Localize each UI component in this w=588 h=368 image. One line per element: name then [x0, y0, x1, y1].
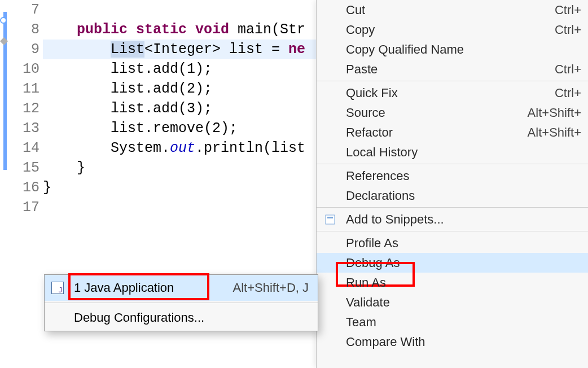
- menu-item-references[interactable]: References: [317, 166, 588, 186]
- menu-item-paste[interactable]: PasteCtrl+: [317, 59, 588, 79]
- menu-item-debug-as[interactable]: Debug As: [317, 253, 588, 273]
- editor-gutter: 7891011121314151617: [0, 0, 43, 368]
- menu-item-shortcut: Ctrl+: [555, 3, 581, 17]
- line-number: 14: [14, 138, 40, 158]
- menu-separator: [317, 81, 588, 81]
- menu-item-copy-qualified-name[interactable]: Copy Qualified Name: [317, 40, 588, 59]
- context-menu[interactable]: CutCtrl+CopyCtrl+Copy Qualified NamePast…: [316, 0, 588, 368]
- submenu-item-label: 1 Java Application: [74, 281, 232, 295]
- line-number: 7: [14, 0, 40, 20]
- menu-item-label: Compare With: [346, 335, 581, 349]
- code-line[interactable]: list.add(2);: [43, 79, 316, 99]
- line-number: 9: [14, 40, 40, 59]
- line-number: 16: [14, 178, 40, 198]
- menu-item-label: Refactor: [346, 125, 528, 140]
- code-line[interactable]: list.remove(2);: [43, 119, 316, 138]
- menu-item-label: Cut: [346, 3, 555, 17]
- submenu-item-java-application[interactable]: 1 Java ApplicationAlt+Shift+D, J: [45, 275, 318, 301]
- menu-item-shortcut: Alt+Shift+: [528, 106, 581, 120]
- line-number: 10: [14, 59, 40, 79]
- menu-item-run-as[interactable]: Run As: [317, 273, 588, 292]
- code-line[interactable]: }: [43, 178, 316, 198]
- submenu-item-shortcut: Alt+Shift+D, J: [232, 281, 309, 295]
- menu-item-team[interactable]: Team: [317, 312, 588, 332]
- menu-item-label: Debug As: [346, 256, 581, 270]
- menu-item-label: Team: [346, 315, 581, 330]
- snippet-icon: [324, 214, 336, 225]
- code-line[interactable]: }: [43, 158, 316, 178]
- menu-item-shortcut: Ctrl+: [555, 62, 581, 77]
- menu-item-cut[interactable]: CutCtrl+: [317, 0, 588, 20]
- menu-item-source[interactable]: SourceAlt+Shift+: [317, 103, 588, 122]
- menu-item-copy[interactable]: CopyCtrl+: [317, 20, 588, 40]
- submenu-item-debug-configurations[interactable]: Debug Configurations...: [45, 305, 318, 331]
- menu-item-label: Add to Snippets...: [346, 212, 581, 227]
- menu-item-label: Source: [346, 106, 528, 120]
- marker-column: [0, 0, 14, 368]
- code-line[interactable]: List<Integer> list = ne: [43, 40, 316, 59]
- line-number: 17: [14, 198, 40, 217]
- line-number: 12: [14, 99, 40, 119]
- menu-item-label: Paste: [346, 62, 555, 77]
- svg-rect-0: [326, 215, 335, 224]
- code-line[interactable]: System.out.println(list: [43, 138, 316, 158]
- code-line[interactable]: list.add(1);: [43, 59, 316, 79]
- menu-item-shortcut: Alt+Shift+: [528, 125, 581, 140]
- menu-item-compare-with[interactable]: Compare With: [317, 332, 588, 352]
- line-number: 8: [14, 20, 40, 40]
- java-app-icon: [51, 282, 64, 294]
- menu-item-shortcut: Ctrl+: [555, 23, 581, 37]
- menu-item-refactor[interactable]: RefactorAlt+Shift+: [317, 122, 588, 142]
- code-line[interactable]: [43, 0, 316, 20]
- menu-item-label: Local History: [346, 145, 581, 160]
- menu-separator: [45, 303, 318, 303]
- menu-item-label: Quick Fix: [346, 86, 555, 100]
- menu-item-label: Copy: [346, 23, 555, 37]
- line-number: 13: [14, 119, 40, 138]
- menu-item-label: Copy Qualified Name: [346, 42, 581, 57]
- menu-item-add-to-snippets[interactable]: Add to Snippets...: [317, 209, 588, 229]
- line-number: 11: [14, 79, 40, 99]
- menu-item-label: Profile As: [346, 236, 581, 251]
- menu-item-profile-as[interactable]: Profile As: [317, 233, 588, 253]
- menu-item-label: Validate: [346, 295, 581, 310]
- menu-item-local-history[interactable]: Local History: [317, 142, 588, 162]
- menu-separator: [317, 231, 588, 231]
- menu-separator: [317, 207, 588, 208]
- svg-rect-1: [327, 217, 333, 218]
- submenu-item-label: Debug Configurations...: [74, 310, 309, 325]
- menu-item-label: Declarations: [346, 189, 581, 203]
- menu-item-label: References: [346, 169, 581, 183]
- override-marker-icon: [0, 17, 7, 24]
- menu-item-validate[interactable]: Validate: [317, 292, 588, 312]
- line-numbers: 7891011121314151617: [14, 0, 43, 368]
- code-line[interactable]: list.add(3);: [43, 99, 316, 119]
- line-number: 15: [14, 158, 40, 178]
- menu-item-declarations[interactable]: Declarations: [317, 186, 588, 205]
- menu-item-quick-fix[interactable]: Quick FixCtrl+: [317, 83, 588, 103]
- change-bar: [3, 12, 7, 170]
- menu-item-label: Run As: [346, 275, 581, 290]
- code-line[interactable]: [43, 198, 316, 217]
- menu-separator: [317, 164, 588, 164]
- debug-as-submenu[interactable]: 1 Java ApplicationAlt+Shift+D, JDebug Co…: [44, 274, 318, 331]
- code-line[interactable]: public static void main(Str: [43, 20, 316, 40]
- menu-item-shortcut: Ctrl+: [555, 86, 581, 100]
